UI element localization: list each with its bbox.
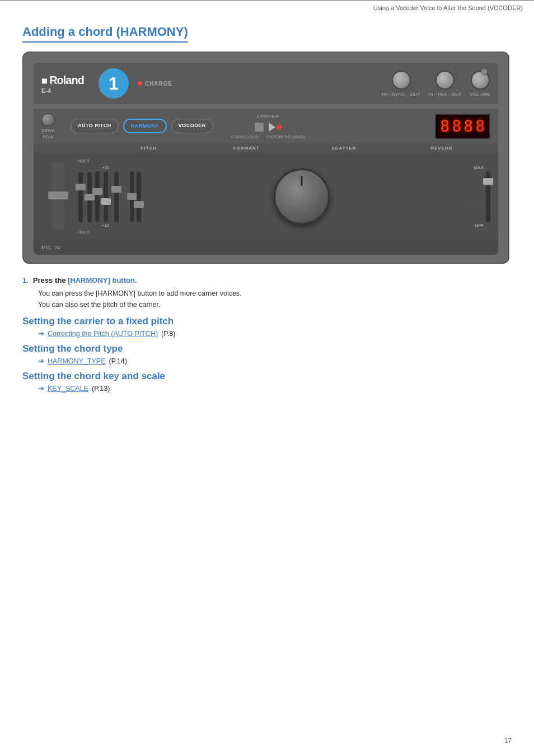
formant-track-1 xyxy=(114,171,119,222)
subsection-1-link-row: ➔ Correcting the Pitch (AUTO PITCH) (P.8… xyxy=(38,329,512,338)
subsection-2-link-row: ➔ HARMONY_TYPE (P.14) xyxy=(38,357,512,365)
play-icon xyxy=(269,123,275,132)
step-description: You can press the [HARMONY] button to ad… xyxy=(38,288,512,310)
oct-minus-label: −OCT xyxy=(77,230,110,235)
reverb-handle[interactable] xyxy=(483,178,493,185)
subsection-title-3: Setting the chord key and scale xyxy=(22,371,512,382)
step-instruction: Press the [HARMONY] button. xyxy=(33,276,137,284)
sens-knob xyxy=(41,113,55,127)
sens-control: SENS PEAK xyxy=(41,113,55,139)
header-text: Using a Vocoder Voice to Alter the Sound… xyxy=(373,4,523,11)
record-icon xyxy=(277,124,282,130)
pitch-track-4 xyxy=(104,171,108,222)
device-top-row: ▩ Roland E-4 1 CHARGE IN—SYNC—OUT xyxy=(34,63,498,104)
subsection-3-link-suffix: (P.13) xyxy=(92,385,110,393)
reverb-sliders-group: MAX OFF xyxy=(465,158,490,235)
formant-track-3 xyxy=(137,171,141,222)
subsection-title-1: Setting the carrier to a fixed pitch xyxy=(22,316,512,327)
vocoder-button[interactable]: VOCODER xyxy=(171,119,213,133)
formant-handle-2[interactable] xyxy=(127,193,137,200)
pitch-track-1 xyxy=(78,172,83,222)
looper-section: LOOPER CLEAR (HOLD) UNDO/REDO (HOLD) xyxy=(231,114,305,139)
volume-knob-body xyxy=(471,71,490,90)
step-number: 1. xyxy=(22,276,29,284)
mic-in-label: MIC IN xyxy=(41,245,60,250)
pitch-track-3 xyxy=(95,171,100,222)
led-digit-1: 8 xyxy=(441,117,450,136)
scatter-knob-area xyxy=(143,158,461,235)
auto-pitch-button[interactable]: AUTO PITCH xyxy=(71,119,119,133)
charge-dot xyxy=(138,81,142,86)
label-spacer xyxy=(41,146,100,151)
reverb-lines xyxy=(465,171,472,222)
pitch-slider-2 xyxy=(86,171,93,222)
reverb-track xyxy=(486,171,490,222)
connector-group: IN—SYNC—OUT IN—MIX—OUT VOLUME xyxy=(382,71,490,97)
mic-fader-handle[interactable] xyxy=(48,192,68,199)
section-title: Adding a chord (HARMONY) xyxy=(22,25,188,43)
subsection-2-link-suffix: (P.14) xyxy=(109,357,127,365)
harmony-button[interactable]: HARMONY xyxy=(123,119,167,133)
harmony-button-ref: [HARMONY] button. xyxy=(68,276,137,284)
formant-label: FORMANT xyxy=(198,146,295,151)
led-digit-2: 8 xyxy=(452,117,461,136)
subsection-3-link[interactable]: KEY_SCALE xyxy=(48,385,88,393)
formant-handle-1[interactable] xyxy=(111,186,121,193)
reverb-label: REVERB xyxy=(393,146,490,151)
pitch-handle-4[interactable] xyxy=(101,198,111,205)
looper-hold-labels: CLEAR (HOLD) UNDO/REDO (HOLD) xyxy=(231,135,305,139)
subsection-1-link[interactable]: Correcting the Pitch (AUTO PITCH) xyxy=(48,330,158,338)
pitch-handle-1[interactable] xyxy=(76,184,86,190)
desc-line-2: You can also set the pitch of the carrie… xyxy=(38,301,160,309)
step-1-row: 1. Press the [HARMONY] button. xyxy=(22,276,512,284)
model-label: E-4 xyxy=(41,87,51,94)
pitch-handle-3[interactable] xyxy=(92,188,102,195)
formant-sliders-group xyxy=(114,158,141,235)
mic-fader-area xyxy=(41,158,75,235)
led-digit-4: 8 xyxy=(475,117,485,136)
mic-fader-track xyxy=(51,162,65,229)
knob-mix-out: IN—MIX—OUT xyxy=(428,71,462,97)
knob-mix-out-body xyxy=(435,71,455,90)
brand-icon: ▩ Roland xyxy=(41,73,84,87)
charge-indicator: CHARGE xyxy=(138,81,172,87)
pitch-sliders-group: +OCT xyxy=(77,158,110,235)
button-group: AUTO PITCH HARMONY VOCODER xyxy=(71,119,213,133)
subsection-2-link[interactable]: HARMONY_TYPE xyxy=(48,357,106,365)
reverb-inner-lines xyxy=(476,171,484,222)
looper-stop-button[interactable] xyxy=(254,122,264,132)
scatter-knob[interactable] xyxy=(274,169,330,225)
looper-controls xyxy=(254,122,282,132)
reverb-slider-with-label: MAX OFF xyxy=(474,165,484,228)
knob-sync-out-body xyxy=(392,71,411,90)
pitch-slider-1 xyxy=(77,171,84,222)
pitch-slider-4: +10 −10 xyxy=(102,165,110,228)
pitch-sliders-inner: +10 −10 xyxy=(77,165,110,228)
formant-handle-3[interactable] xyxy=(134,201,144,208)
device-labels-row: PITCH FORMANT SCATTER REVERB xyxy=(34,143,498,153)
oct-plus-label: +OCT xyxy=(77,158,110,164)
arrow-icon-2: ➔ xyxy=(38,357,44,365)
device-middle-row: SENS PEAK AUTO PITCH HARMONY VOCODER LOO… xyxy=(34,109,498,143)
off-label: OFF xyxy=(475,223,484,228)
led-display: 8 8 8 8 xyxy=(435,114,490,139)
looper-label: LOOPER xyxy=(257,114,279,119)
pitch-label: PITCH xyxy=(100,146,198,151)
knob-sync-out: IN—SYNC—OUT xyxy=(382,71,420,97)
pitch-slider-3 xyxy=(95,171,100,222)
subsection-title-2: Setting the chord type xyxy=(22,343,512,354)
subsection-3-link-row: ➔ KEY_SCALE (P.13) xyxy=(38,384,512,393)
looper-play-area xyxy=(269,123,282,132)
page-header: Using a Vocoder Voice to Alter the Sound… xyxy=(0,0,534,15)
roland-logo: ▩ Roland E-4 xyxy=(41,73,84,94)
desc-line-1: You can press the [HARMONY] button to ad… xyxy=(38,290,242,297)
pitch-track-2 xyxy=(87,172,92,222)
subsection-1-link-suffix: (P.8) xyxy=(161,330,175,338)
max-label: MAX xyxy=(474,165,484,170)
device-illustration: ▩ Roland E-4 1 CHARGE IN—SYNC—OUT xyxy=(22,52,509,264)
device-sliders-row: +OCT xyxy=(34,153,498,240)
scatter-label: SCATTER xyxy=(295,146,392,151)
ten-plus-label: +10 xyxy=(102,165,110,170)
formant-track-2 xyxy=(130,171,134,222)
device-bottom-row: MIC IN xyxy=(34,240,498,255)
